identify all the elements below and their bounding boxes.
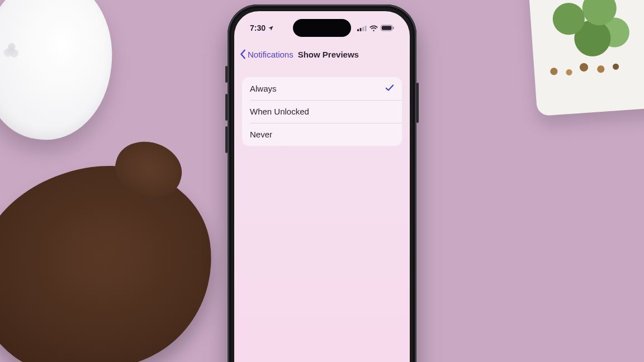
option-label: When Unlocked [250, 107, 309, 116]
status-time: 7:30 [250, 23, 266, 32]
svg-rect-1 [360, 28, 362, 31]
hand-prop [0, 153, 225, 362]
chevron-left-icon [240, 49, 247, 59]
option-label: Always [250, 84, 277, 93]
svg-rect-5 [382, 26, 392, 30]
option-never[interactable]: Never [242, 123, 402, 146]
svg-rect-3 [365, 26, 367, 31]
svg-rect-2 [362, 27, 364, 31]
checkmark-icon [385, 84, 394, 93]
svg-rect-0 [357, 29, 359, 31]
phone-mute-switch [225, 66, 228, 83]
desk-planter-prop [527, 0, 644, 116]
option-always[interactable]: Always [242, 77, 402, 100]
option-label: Never [250, 130, 272, 139]
back-button[interactable]: Notifications [239, 47, 295, 61]
phone-screen: 7:30 [234, 11, 410, 362]
navigation-bar: Notifications Show Previews [234, 45, 410, 64]
status-bar-right [357, 25, 394, 31]
phone-volume-down [225, 126, 228, 153]
wifi-icon [370, 25, 378, 31]
location-arrow-icon [268, 25, 274, 31]
phone-device: 7:30 [228, 4, 416, 362]
phone-side-button [416, 83, 419, 123]
back-button-label: Notifications [248, 50, 293, 59]
option-when-unlocked[interactable]: When Unlocked [242, 100, 402, 123]
battery-icon [381, 25, 394, 31]
status-bar: 7:30 [234, 21, 410, 35]
svg-rect-6 [393, 27, 394, 30]
desk-mouse-prop [0, 0, 120, 146]
phone-volume-up [225, 94, 228, 121]
show-previews-options: Always When Unlocked Never [242, 77, 402, 146]
status-bar-left: 7:30 [250, 23, 274, 32]
page-title: Show Previews [298, 50, 359, 59]
cellular-signal-icon [357, 25, 367, 31]
